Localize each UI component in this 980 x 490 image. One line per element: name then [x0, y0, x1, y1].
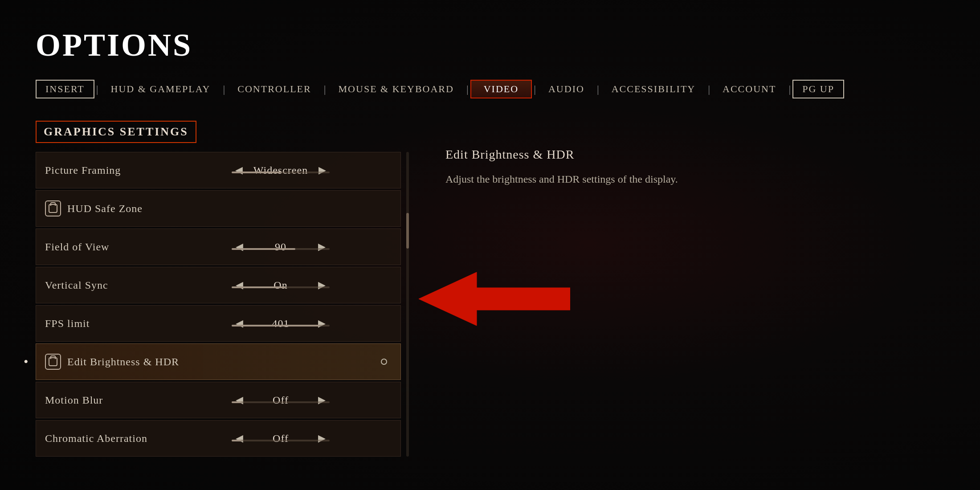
motion-blur-fill	[232, 401, 241, 403]
field-of-view-control: ◀ 90 ▶	[170, 239, 392, 254]
fps-limit-left[interactable]: ◀	[232, 316, 247, 331]
field-of-view-label: Field of View	[45, 241, 170, 253]
nav-sep-2: |	[221, 83, 227, 95]
motion-blur-right[interactable]: ▶	[314, 392, 329, 408]
hud-icon-inner	[49, 204, 57, 213]
picture-framing-control: ◀ Widescreen ▶	[170, 163, 392, 178]
field-of-view-left[interactable]: ◀	[232, 239, 247, 254]
vertical-sync-slider	[232, 286, 330, 288]
arrow-annotation	[419, 268, 944, 332]
setting-vertical-sync[interactable]: Vertical Sync ◀ On ▶	[36, 267, 401, 303]
page-title: OPTIONS	[36, 27, 944, 64]
chromatic-aberration-slider	[232, 440, 330, 441]
vertical-sync-left[interactable]: ◀	[232, 278, 247, 293]
scroll-thumb	[406, 213, 409, 249]
chromatic-aberration-left[interactable]: ◀	[232, 431, 247, 446]
fps-limit-label: FPS limit	[45, 318, 170, 330]
vertical-sync-label: Vertical Sync	[45, 279, 170, 291]
nav-sep-1: |	[94, 83, 100, 95]
setting-fps-limit[interactable]: FPS limit ◀ 401 ▶	[36, 305, 401, 342]
section-title: GRAPHICS SETTINGS	[36, 121, 196, 143]
field-of-view-right[interactable]: ▶	[314, 239, 329, 254]
brightness-icon	[45, 354, 61, 370]
motion-blur-label: Motion Blur	[45, 394, 170, 406]
tab-accessibility[interactable]: ACCESSIBILITY	[601, 80, 706, 98]
fps-limit-right[interactable]: ▶	[314, 316, 329, 331]
chromatic-aberration-label: Chromatic Aberration	[45, 433, 170, 445]
setting-picture-framing[interactable]: Picture Framing ◀ Widescreen ▶	[36, 152, 401, 188]
picture-framing-right[interactable]: ▶	[315, 163, 330, 178]
settings-list: Picture Framing ◀ Widescreen ▶	[36, 152, 401, 457]
fps-limit-slider	[232, 325, 330, 327]
tab-hud[interactable]: HUD & GAMEPLAY	[100, 80, 221, 98]
picture-framing-label: Picture Framing	[45, 164, 170, 176]
setting-field-of-view[interactable]: Field of View ◀ 90 ▶	[36, 229, 401, 265]
motion-blur-control: ◀ Off ▶	[170, 392, 392, 408]
vertical-sync-value: On	[254, 279, 307, 291]
edit-brightness-label: Edit Brightness & HDR	[67, 356, 192, 368]
vertical-sync-right[interactable]: ▶	[314, 278, 329, 293]
tab-account[interactable]: ACCOUNT	[712, 80, 787, 98]
main-content: GRAPHICS SETTINGS Picture Framing ◀ Wide…	[36, 121, 944, 457]
picture-framing-fill	[232, 172, 281, 173]
brightness-icon-inner	[49, 357, 57, 366]
cursor-dot	[381, 359, 387, 365]
info-title: Edit Brightness & HDR	[445, 147, 944, 162]
motion-blur-slider	[232, 401, 330, 403]
red-arrow-svg	[419, 268, 570, 330]
info-description: Adjust the brightness and HDR settings o…	[445, 171, 748, 188]
hud-safe-zone-icon	[45, 200, 61, 216]
nav-sep-7: |	[706, 83, 712, 95]
scrollbar[interactable]	[406, 152, 409, 457]
tab-controller[interactable]: CONTROLLER	[227, 80, 322, 98]
nav-sep-6: |	[595, 83, 601, 95]
svg-marker-0	[419, 272, 570, 326]
page-wrapper: OPTIONS INSERT | HUD & GAMEPLAY | CONTRO…	[0, 0, 980, 457]
picture-framing-left[interactable]: ◀	[232, 163, 246, 178]
setting-edit-brightness[interactable]: • Edit Brightness & HDR	[36, 343, 401, 380]
hud-safe-zone-label: HUD Safe Zone	[67, 203, 192, 215]
nav-tabs: INSERT | HUD & GAMEPLAY | CONTROLLER | M…	[36, 80, 944, 98]
picture-framing-slider	[232, 172, 330, 173]
field-of-view-fill	[232, 248, 295, 250]
fps-limit-value: 401	[254, 318, 307, 330]
tab-audio[interactable]: AUDIO	[538, 80, 595, 98]
nav-sep-4: |	[465, 83, 470, 95]
tab-video[interactable]: VIDEO	[470, 80, 532, 98]
fps-limit-fill	[232, 325, 320, 327]
vertical-sync-fill	[232, 286, 286, 288]
chromatic-aberration-fill	[232, 440, 241, 441]
nav-sep-5: |	[532, 83, 538, 95]
tab-insert[interactable]: INSERT	[36, 80, 94, 98]
bullet: •	[24, 354, 29, 369]
tab-pgup[interactable]: PG UP	[792, 80, 844, 98]
setting-hud-safe-zone[interactable]: HUD Safe Zone	[36, 190, 401, 227]
field-of-view-value: 90	[254, 241, 307, 253]
motion-blur-value: Off	[254, 394, 307, 406]
chromatic-aberration-right[interactable]: ▶	[314, 431, 329, 446]
settings-panel: GRAPHICS SETTINGS Picture Framing ◀ Wide…	[36, 121, 401, 457]
vertical-sync-control: ◀ On ▶	[170, 278, 392, 293]
picture-framing-value: Widescreen	[253, 164, 308, 176]
tab-mouse[interactable]: MOUSE & KEYBOARD	[328, 80, 465, 98]
setting-motion-blur[interactable]: Motion Blur ◀ Off ▶	[36, 382, 401, 418]
field-of-view-slider	[232, 248, 330, 250]
nav-sep-8: |	[787, 83, 792, 95]
chromatic-aberration-control: ◀ Off ▶	[170, 431, 392, 446]
setting-chromatic-aberration[interactable]: Chromatic Aberration ◀ Off ▶	[36, 420, 401, 457]
fps-limit-control: ◀ 401 ▶	[170, 316, 392, 331]
motion-blur-left[interactable]: ◀	[232, 392, 247, 408]
chromatic-aberration-value: Off	[254, 433, 307, 445]
info-panel: Edit Brightness & HDR Adjust the brightn…	[428, 121, 944, 457]
nav-sep-3: |	[322, 83, 328, 95]
